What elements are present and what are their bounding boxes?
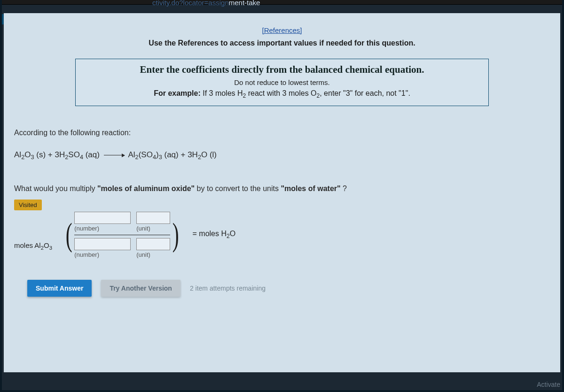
url-fragment: ctivity.do?locator=assignment-take <box>152 0 260 7</box>
numerator-number-input[interactable] <box>74 212 131 224</box>
product-1: Al2(SO4)3 (aq) <box>128 150 180 159</box>
instruction-subtitle: Do not reduce to lowest terms. <box>83 78 481 86</box>
example-mid: react with 3 moles O <box>246 89 316 97</box>
attempts-remaining: 2 item attempts remaining <box>190 284 266 292</box>
reference-note: Use the References to access important v… <box>4 39 560 47</box>
plus-2: + <box>180 150 185 159</box>
url-text-dim: ctivity.do?locator=assign <box>152 0 229 7</box>
visited-badge: Visited <box>14 200 42 210</box>
denominator-unit-hint: (unit) <box>136 251 150 258</box>
screen-frame: ctivity.do?locator=assignment-take HIOME… <box>0 0 564 392</box>
denominator-unit-input[interactable] <box>136 238 170 250</box>
fraction-factor: ( (number) (unit) <box>63 211 181 259</box>
question-mid: by to convert to the units <box>195 184 281 192</box>
instruction-box: Enter the coefficients directly from the… <box>75 59 489 106</box>
reaction-intro: According to the following reaction: <box>14 129 550 137</box>
plus-1: + <box>48 150 53 159</box>
instruction-title: Enter the coefficients directly from the… <box>83 64 481 76</box>
left-unit-label: moles Al2O3 <box>14 241 52 251</box>
right-paren-icon: ) <box>172 223 179 246</box>
product-2: 3H2O (l) <box>188 150 217 159</box>
reactant-1: Al2O3 (s) <box>14 150 46 159</box>
question-pre: What would you multiply <box>14 184 97 192</box>
question-bold-2: "moles of water" <box>281 184 340 192</box>
reactant-2: 3H2SO4 (aq) <box>55 150 102 159</box>
submit-answer-button[interactable]: Submit Answer <box>27 280 92 297</box>
window-topbar <box>2 0 562 5</box>
instruction-example: For example: If 3 moles H2 react with 3 … <box>83 89 481 99</box>
denominator-number-input[interactable] <box>74 238 131 250</box>
url-text-bright: ment-take <box>229 0 260 7</box>
numerator-number-hint: (number) <box>74 225 99 232</box>
example-tail: , enter "3" for each, not "1". <box>320 89 410 97</box>
question-bold-1: "moles of aluminum oxide" <box>97 184 195 192</box>
example-body: If 3 moles H <box>201 89 243 97</box>
references-link[interactable]: [References] <box>4 13 560 34</box>
action-row: Submit Answer Try Another Version 2 item… <box>14 280 550 297</box>
numerator-unit-hint: (unit) <box>136 225 150 232</box>
try-another-button[interactable]: Try Another Version <box>101 280 180 297</box>
example-prefix: For example: <box>154 89 201 97</box>
reaction-arrow-icon <box>104 155 125 155</box>
question-tail: ? <box>341 184 347 192</box>
denominator-number-hint: (number) <box>74 251 99 258</box>
question-text: What would you multiply "moles of alumin… <box>14 184 550 193</box>
numerator-unit-input[interactable] <box>136 212 170 224</box>
left-paren-icon: ( <box>66 223 72 246</box>
result-label: = moles H2O <box>193 230 236 239</box>
content-panel: [References] Use the References to acces… <box>4 13 560 372</box>
conversion-row: Visited moles Al2O3 ( (number) <box>14 211 550 259</box>
activate-watermark: Activate <box>537 381 560 388</box>
chemical-equation: Al2O3 (s) + 3H2SO4 (aq) Al2(SO4)3 (aq) +… <box>14 150 550 161</box>
